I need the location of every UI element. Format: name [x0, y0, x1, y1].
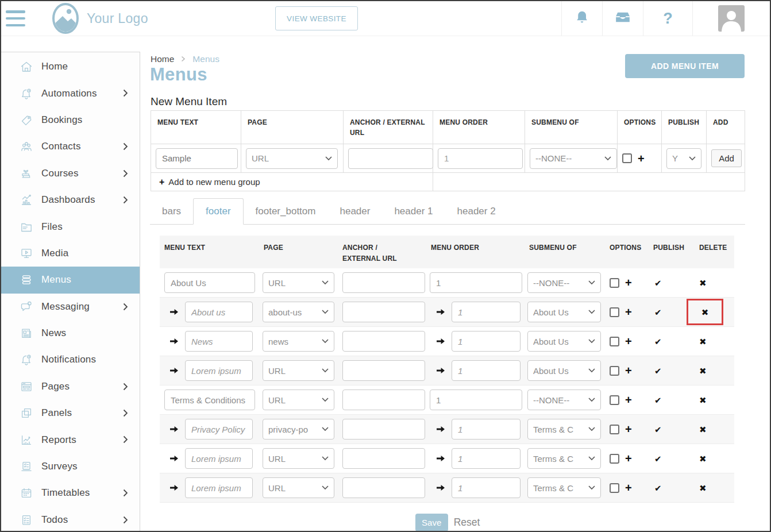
- sidebar-item-todos[interactable]: Todos: [1, 507, 140, 532]
- menu-order-input[interactable]: [430, 272, 522, 293]
- delete-x-icon[interactable]: ✖: [699, 484, 707, 492]
- anchor-url-input[interactable]: [342, 302, 425, 322]
- submenu-select[interactable]: About Us: [527, 360, 601, 381]
- page-select[interactable]: news: [263, 331, 334, 352]
- publish-select[interactable]: Y: [666, 148, 701, 169]
- logo[interactable]: Your Logo: [52, 3, 148, 34]
- menu-order-input[interactable]: [430, 390, 522, 410]
- submenu-select[interactable]: --NONE--: [530, 148, 617, 169]
- plus-icon[interactable]: +: [625, 453, 632, 464]
- menu-order-input[interactable]: [438, 148, 523, 169]
- sidebar-item-menus[interactable]: Menus: [1, 267, 140, 293]
- anchor-url-input[interactable]: [342, 360, 425, 381]
- menu-order-input[interactable]: [452, 448, 521, 469]
- anchor-url-input[interactable]: [342, 390, 425, 410]
- menu-text-input[interactable]: [156, 148, 238, 169]
- add-menu-item-button[interactable]: ADD MENU ITEM: [625, 54, 745, 78]
- sidebar-item-pages[interactable]: Pages: [1, 373, 140, 400]
- user-menu[interactable]: [692, 1, 770, 36]
- save-button[interactable]: Save: [415, 514, 448, 531]
- delete-x-icon[interactable]: ✖: [699, 425, 707, 434]
- anchor-url-input[interactable]: [342, 272, 425, 293]
- anchor-url-input[interactable]: [342, 419, 425, 440]
- submenu-select[interactable]: Terms & C: [527, 477, 601, 498]
- page-select[interactable]: URL: [263, 448, 334, 469]
- delete-x-icon[interactable]: ✖: [699, 454, 707, 463]
- plus-icon[interactable]: +: [625, 306, 632, 318]
- sidebar-item-bookings[interactable]: Bookings: [1, 107, 140, 133]
- page-select[interactable]: URL: [263, 390, 334, 410]
- page-select[interactable]: about-us: [263, 302, 334, 322]
- menu-text-input[interactable]: [164, 390, 255, 410]
- submenu-select[interactable]: Terms & C: [527, 419, 601, 440]
- sidebar-item-messaging[interactable]: Messaging: [1, 294, 140, 320]
- delete-x-icon[interactable]: ✖: [699, 396, 707, 404]
- options-checkbox[interactable]: [610, 454, 619, 464]
- sidebar-item-news[interactable]: News: [1, 320, 140, 346]
- sidebar-item-dashboards[interactable]: Dashboards: [1, 187, 140, 213]
- tab-header[interactable]: header: [327, 198, 382, 224]
- menu-text-input[interactable]: [185, 360, 253, 381]
- menu-text-input[interactable]: [185, 331, 253, 352]
- submenu-select[interactable]: Terms & C: [527, 448, 601, 469]
- options-checkbox[interactable]: [610, 307, 619, 317]
- page-select[interactable]: URL: [263, 272, 334, 293]
- hamburger-menu-icon[interactable]: [6, 9, 26, 28]
- plus-icon[interactable]: +: [625, 394, 632, 406]
- publish-check-icon[interactable]: ✔: [654, 279, 662, 287]
- anchor-url-input[interactable]: [342, 448, 425, 469]
- tab-bars[interactable]: bars: [150, 198, 193, 224]
- sidebar-item-automations[interactable]: Automations: [1, 80, 140, 106]
- sidebar-item-home[interactable]: Home: [1, 53, 140, 80]
- publish-check-icon[interactable]: ✔: [654, 367, 662, 375]
- sidebar-item-panels[interactable]: Panels: [1, 400, 140, 426]
- delete-x-icon[interactable]: ✖: [701, 308, 709, 317]
- anchor-url-input[interactable]: [342, 477, 425, 498]
- anchor-url-input[interactable]: [348, 148, 433, 169]
- sidebar-item-surveys[interactable]: Surveys: [1, 453, 140, 480]
- sidebar-item-notifications[interactable]: Notifications: [1, 346, 140, 373]
- plus-icon[interactable]: +: [625, 365, 632, 376]
- tab-header-2[interactable]: header 2: [445, 198, 508, 224]
- tab-footer_bottom[interactable]: footer_bottom: [244, 198, 328, 224]
- plus-icon[interactable]: +: [625, 482, 632, 494]
- notifications-button[interactable]: [561, 1, 602, 36]
- menu-text-input[interactable]: [185, 419, 253, 440]
- sidebar-item-reports[interactable]: Reports: [1, 426, 140, 453]
- submenu-select[interactable]: --NONE--: [527, 390, 601, 410]
- menu-text-input[interactable]: [185, 477, 253, 498]
- publish-check-icon[interactable]: ✔: [654, 454, 662, 463]
- page-select[interactable]: URL: [246, 148, 338, 169]
- breadcrumb-home-link[interactable]: Home: [151, 54, 174, 64]
- anchor-url-input[interactable]: [342, 331, 425, 352]
- options-checkbox[interactable]: [610, 278, 619, 288]
- publish-check-icon[interactable]: ✔: [654, 396, 662, 404]
- menu-order-input[interactable]: [452, 419, 521, 440]
- inbox-button[interactable]: [602, 1, 643, 36]
- options-checkbox[interactable]: [610, 366, 619, 376]
- page-select[interactable]: URL: [263, 477, 334, 498]
- menu-text-input[interactable]: [185, 448, 253, 469]
- menu-order-input[interactable]: [452, 477, 521, 498]
- tab-header-1[interactable]: header 1: [382, 198, 445, 224]
- plus-icon[interactable]: +: [625, 336, 632, 347]
- sidebar-item-contacts[interactable]: Contacts: [1, 133, 140, 160]
- menu-text-input[interactable]: [185, 302, 253, 322]
- add-to-new-menu-group-link[interactable]: + Add to new menu group: [151, 173, 433, 191]
- plus-icon[interactable]: +: [625, 277, 632, 288]
- delete-x-icon[interactable]: ✖: [699, 279, 707, 287]
- reset-button[interactable]: Reset: [454, 516, 480, 529]
- submenu-select[interactable]: About Us: [527, 331, 601, 352]
- options-checkbox[interactable]: [610, 395, 619, 405]
- publish-check-icon[interactable]: ✔: [654, 308, 662, 317]
- options-checkbox[interactable]: [622, 153, 632, 163]
- submenu-select[interactable]: --NONE--: [527, 272, 601, 293]
- menu-text-input[interactable]: [164, 272, 255, 293]
- publish-check-icon[interactable]: ✔: [654, 425, 662, 434]
- view-website-button[interactable]: VIEW WEBSITE: [275, 6, 358, 30]
- options-checkbox[interactable]: [610, 483, 619, 493]
- plus-icon[interactable]: +: [625, 423, 632, 435]
- menu-order-input[interactable]: [452, 331, 521, 352]
- sidebar-item-timetables[interactable]: Timetables: [1, 480, 140, 506]
- help-button[interactable]: ?: [643, 1, 692, 36]
